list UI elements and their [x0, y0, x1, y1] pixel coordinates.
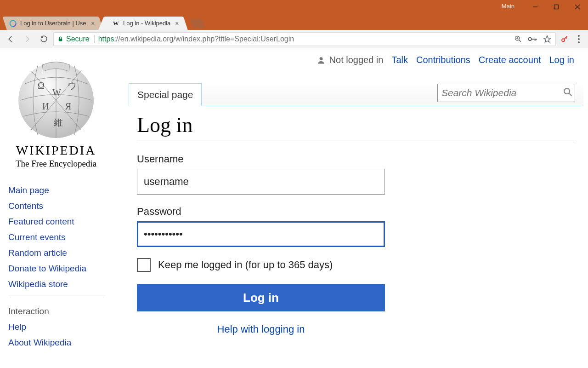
wiki-search-input[interactable]	[441, 87, 563, 98]
page-content: WΩウ ИЯ維 WIKIPEDIA The Free Encyclopedia …	[0, 48, 588, 368]
secure-indicator: Secure	[57, 35, 95, 43]
svg-line-28	[569, 93, 572, 96]
wikipedia-content: Not logged in Talk Contributions Create …	[115, 48, 588, 368]
wikipedia-wordmark: WIKIPEDIA	[8, 143, 104, 158]
sidebar-link[interactable]: Donate to Wikipedia	[8, 261, 115, 276]
password-label: Password	[137, 206, 574, 218]
user-icon	[317, 56, 326, 65]
browser-menu-button[interactable]	[573, 35, 584, 43]
svg-text:Я: Я	[65, 101, 71, 111]
maximize-button[interactable]	[546, 0, 567, 14]
login-article: Log in Username Password Keep me logged …	[137, 113, 574, 335]
wikipedia-logo[interactable]: WΩウ ИЯ維 WIKIPEDIA The Free Encyclopedia	[8, 57, 115, 183]
tab-title: Log in - Wikipedia	[123, 20, 170, 27]
svg-point-26	[319, 57, 322, 60]
tab-title: Log in to Userbrain | Use	[20, 20, 86, 27]
svg-point-11	[528, 37, 531, 40]
page-tabs-row: Special page	[129, 81, 583, 106]
sidebar-heading-interaction: Interaction	[8, 296, 115, 319]
new-tab-button[interactable]	[190, 19, 205, 28]
sidebar-link[interactable]: Current events	[8, 230, 115, 245]
wikipedia-tagline: The Free Encyclopedia	[8, 159, 104, 169]
browser-tabstrip: Log in to Userbrain | Use × W Log in - W…	[0, 14, 588, 30]
sidebar-divider	[8, 295, 106, 295]
tab-close-icon[interactable]: ×	[175, 20, 179, 27]
login-button[interactable]: Log in	[137, 284, 385, 311]
svg-text:Ω: Ω	[38, 80, 45, 91]
extension-key-icon[interactable]	[559, 35, 571, 43]
page-title: Log in	[137, 113, 574, 140]
address-bar[interactable]: Secure https://en.wikipedia.org/w/index.…	[53, 32, 556, 46]
favicon-userbrain-icon	[9, 20, 17, 27]
secure-label: Secure	[66, 35, 90, 43]
svg-line-18	[566, 37, 567, 38]
keep-logged-checkbox[interactable]	[137, 258, 151, 272]
svg-point-16	[562, 39, 565, 41]
sidebar-main-links: Main page Contents Featured content Curr…	[8, 183, 115, 292]
sidebar-link[interactable]: Wikipedia store	[8, 276, 115, 292]
svg-text:И: И	[42, 101, 49, 111]
wikipedia-globe-icon: WΩウ ИЯ維	[10, 57, 102, 139]
sidebar-link[interactable]: Contents	[8, 198, 115, 214]
tab-close-icon[interactable]: ×	[91, 20, 95, 27]
wiki-search[interactable]	[437, 84, 575, 102]
svg-text:維: 維	[53, 117, 63, 127]
sidebar-link[interactable]: Help	[8, 319, 115, 335]
wikipedia-sidebar: WΩウ ИЯ維 WIKIPEDIA The Free Encyclopedia …	[0, 48, 115, 368]
reload-button[interactable]	[37, 32, 51, 46]
sidebar-link[interactable]: About Wikipedia	[8, 335, 115, 351]
password-input[interactable]	[137, 221, 385, 247]
not-logged-in: Not logged in	[317, 55, 384, 65]
minimize-button[interactable]	[525, 0, 546, 14]
svg-rect-13	[535, 39, 536, 41]
svg-rect-12	[531, 39, 536, 40]
sidebar-link[interactable]: Featured content	[8, 214, 115, 230]
svg-text:W: W	[52, 87, 61, 98]
search-icon[interactable]	[563, 87, 573, 99]
omnibox-icons	[510, 34, 552, 44]
browser-tab-active[interactable]: W Log in - Wikipedia ×	[105, 17, 187, 30]
svg-marker-15	[544, 35, 551, 42]
username-row: Username	[137, 153, 574, 195]
url-scheme: https	[98, 35, 114, 43]
svg-point-27	[564, 88, 570, 94]
window-titlebar: Main	[0, 0, 588, 14]
page-tab-special[interactable]: Special page	[129, 83, 202, 106]
window-title: Main	[502, 3, 514, 10]
browser-tab-inactive[interactable]: Log in to Userbrain | Use ×	[2, 17, 103, 30]
keep-logged-label: Keep me logged in (for up to 365 days)	[158, 259, 333, 271]
svg-text:ウ: ウ	[68, 80, 77, 91]
svg-rect-1	[554, 5, 559, 9]
password-row: Password	[137, 206, 574, 247]
forward-button[interactable]	[20, 32, 34, 46]
svg-rect-6	[59, 39, 62, 41]
personal-tools-nav: Not logged in Talk Contributions Create …	[317, 55, 574, 65]
url-path: ://en.wikipedia.org/w/index.php?title=Sp…	[114, 35, 294, 43]
sidebar-interaction-links: Help About Wikipedia	[8, 319, 115, 351]
favicon-wikipedia-icon: W	[112, 20, 119, 27]
username-input[interactable]	[137, 169, 385, 195]
sidebar-link[interactable]: Random article	[8, 245, 115, 261]
svg-line-8	[519, 40, 520, 42]
window-controls	[525, 0, 588, 14]
back-button[interactable]	[4, 32, 17, 46]
topnav-link-create-account[interactable]: Create account	[479, 55, 541, 65]
bookmark-star-icon[interactable]	[543, 34, 552, 44]
topnav-link-contributions[interactable]: Contributions	[416, 55, 470, 65]
help-link[interactable]: Help with logging in	[217, 323, 305, 335]
help-logging-in: Help with logging in	[137, 323, 385, 335]
lock-icon	[57, 36, 63, 42]
close-window-button[interactable]	[567, 0, 588, 14]
username-label: Username	[137, 153, 574, 165]
sidebar-link[interactable]: Main page	[8, 183, 115, 198]
topnav-link-login[interactable]: Log in	[549, 55, 575, 65]
saved-password-key-icon[interactable]	[528, 34, 537, 44]
browser-toolbar: Secure https://en.wikipedia.org/w/index.…	[0, 30, 588, 48]
svg-rect-14	[536, 39, 537, 40]
keep-logged-row[interactable]: Keep me logged in (for up to 365 days)	[137, 258, 574, 272]
topnav-link-talk[interactable]: Talk	[391, 55, 408, 65]
zoom-icon[interactable]	[513, 34, 522, 44]
